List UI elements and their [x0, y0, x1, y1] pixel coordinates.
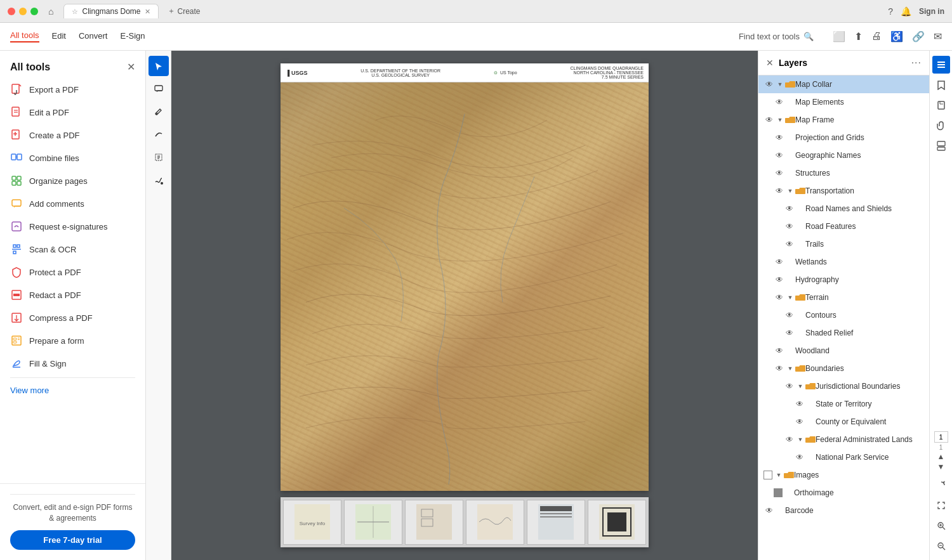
layer-eye-roadnames[interactable]: 👁: [784, 203, 795, 214]
layer-federal-lands[interactable]: 👁 ▼ Federal Administrated Lands: [758, 431, 929, 448]
layer-eye-bounds[interactable]: 👁: [774, 363, 785, 374]
active-tab[interactable]: ☆ Clingmans Dome ✕: [63, 4, 158, 18]
sidebar-item-edit-pdf[interactable]: Edit a PDF: [0, 101, 145, 124]
layer-jurisdictional[interactable]: 👁 ▼ Jurisdictional Boundaries: [758, 377, 929, 395]
toolbar-convert[interactable]: Convert: [79, 31, 108, 42]
layer-hydrography[interactable]: 👁 Hydrography: [758, 271, 929, 289]
layer-toggle-trans[interactable]: ▼: [785, 186, 795, 196]
arc-tool[interactable]: [149, 124, 169, 145]
trial-button[interactable]: Free 7-day trial: [10, 530, 135, 550]
layer-toggle-map-frame[interactable]: ▼: [775, 115, 785, 125]
layer-shaded-relief[interactable]: 👁 Shaded Relief: [758, 324, 929, 342]
layer-eye-roadfeat[interactable]: 👁: [784, 221, 795, 232]
sidebar-item-fill-sign[interactable]: Fill & Sign: [0, 352, 145, 375]
attachments-panel-button[interactable]: [932, 117, 950, 134]
layer-eye-hydro[interactable]: 👁: [774, 274, 785, 285]
toolbar-all-tools[interactable]: All tools: [10, 30, 39, 42]
layer-orthoimage[interactable]: Orthoimage: [758, 484, 929, 502]
layers-more-button[interactable]: ···: [911, 57, 922, 68]
sidebar-close-button[interactable]: ✕: [127, 61, 135, 73]
sidebar-item-export-pdf[interactable]: Export a PDF: [0, 78, 145, 101]
page-up-button[interactable]: ▲: [937, 452, 945, 461]
sidebar-item-form[interactable]: Prepare a form: [0, 329, 145, 352]
layer-eye-federal[interactable]: 👁: [784, 434, 795, 445]
layer-woodland[interactable]: 👁 Woodland: [758, 342, 929, 360]
layer-eye-barcode[interactable]: 👁: [764, 505, 775, 516]
layer-eye-struct[interactable]: 👁: [774, 167, 785, 179]
tab-close-icon[interactable]: ✕: [145, 8, 150, 16]
notification-icon[interactable]: 🔔: [901, 6, 911, 16]
cursor-tool[interactable]: [149, 56, 169, 76]
save-icon[interactable]: ⬜: [833, 30, 845, 42]
layer-geographic-names[interactable]: 👁 Geographic Names: [758, 147, 929, 164]
layer-toggle-images[interactable]: ▼: [774, 470, 784, 480]
layer-boundaries[interactable]: 👁 ▼ Boundaries: [758, 360, 929, 377]
layer-eye-map-collar[interactable]: 👁: [764, 79, 775, 90]
layer-eye-map-frame[interactable]: 👁: [764, 114, 775, 126]
layer-eye-map-elements[interactable]: 👁: [774, 96, 785, 108]
page-content-button[interactable]: [932, 137, 950, 155]
toolbar-edit[interactable]: Edit: [52, 31, 66, 42]
page-down-button[interactable]: ▼: [937, 462, 945, 471]
layer-structures[interactable]: 👁 Structures: [758, 164, 929, 182]
layer-wetlands[interactable]: 👁 Wetlands: [758, 253, 929, 271]
layer-checkbox-ortho[interactable]: [774, 488, 783, 497]
sidebar-item-combine[interactable]: Combine files: [0, 147, 145, 169]
layers-close-button[interactable]: ✕: [766, 58, 774, 68]
new-tab-button[interactable]: ＋ Create: [161, 3, 207, 19]
layer-map-frame[interactable]: 👁 ▼ Map Frame: [758, 111, 929, 129]
tab-star-icon[interactable]: ☆: [72, 8, 78, 16]
pdf-content-area[interactable]: ▐ USGS U.S. DEPARTMENT OF THE INTERIORU.…: [171, 51, 758, 560]
layer-trails[interactable]: 👁 Trails: [758, 235, 929, 253]
layer-eye-geo[interactable]: 👁: [774, 150, 785, 161]
layer-county[interactable]: 👁 County or Equivalent: [758, 413, 929, 431]
layer-toggle-map-collar[interactable]: ▼: [775, 79, 785, 89]
maximize-window-button[interactable]: [30, 8, 38, 15]
layers-panel-button[interactable]: [932, 56, 950, 74]
layer-road-features[interactable]: 👁 Road Features: [758, 218, 929, 235]
sidebar-item-organize[interactable]: Organize pages: [0, 169, 145, 192]
layer-eye-nps[interactable]: 👁: [794, 452, 805, 463]
layer-terrain[interactable]: 👁 ▼ Terrain: [758, 289, 929, 306]
sign-in-button[interactable]: Sign in: [919, 7, 944, 16]
layer-eye-juris[interactable]: 👁: [784, 381, 795, 392]
sidebar-item-request-sign[interactable]: Request e-signatures: [0, 215, 145, 238]
sidebar-item-compress[interactable]: Compress a PDF: [0, 306, 145, 329]
toolbar-esign[interactable]: E-Sign: [120, 31, 145, 42]
layer-barcode[interactable]: 👁 Barcode: [758, 502, 929, 519]
layer-eye-trails[interactable]: 👁: [784, 238, 795, 250]
layer-road-names[interactable]: 👁 Road Names and Shields: [758, 200, 929, 218]
sidebar-item-protect[interactable]: Protect a PDF: [0, 261, 145, 283]
layer-map-collar[interactable]: 👁 ▼ Map Collar: [758, 75, 929, 93]
upload-icon[interactable]: ⬆: [854, 30, 863, 42]
draw-tool[interactable]: [149, 170, 169, 190]
mail-icon[interactable]: ✉: [934, 30, 942, 42]
zoom-out-tool[interactable]: [932, 537, 950, 555]
layer-eye-wetlands[interactable]: 👁: [774, 256, 785, 268]
layer-checkbox-images[interactable]: [764, 471, 772, 479]
layer-eye-state[interactable]: 👁: [794, 398, 805, 410]
layer-eye-county[interactable]: 👁: [794, 416, 805, 427]
layer-map-elements[interactable]: 👁 Map Elements: [758, 93, 929, 111]
layer-eye-shaded[interactable]: 👁: [784, 327, 795, 339]
layer-projection-grids[interactable]: 👁 Projection and Grids: [758, 129, 929, 147]
pen-tool[interactable]: [149, 101, 169, 122]
files-panel-button[interactable]: [932, 96, 950, 114]
accessibility-icon[interactable]: ♿: [890, 30, 903, 42]
layer-images[interactable]: ▼ Images: [758, 466, 929, 484]
layer-transportation[interactable]: 👁 ▼ Transportation: [758, 182, 929, 200]
layer-eye-woodland[interactable]: 👁: [774, 345, 785, 356]
layer-national-park[interactable]: 👁 National Park Service: [758, 448, 929, 466]
fit-page-tool[interactable]: [932, 497, 950, 514]
comment-tool[interactable]: [149, 79, 169, 99]
home-icon[interactable]: ⌂: [48, 6, 53, 16]
view-more-link[interactable]: View more: [0, 381, 145, 400]
rotate-icon[interactable]: [932, 476, 950, 494]
sidebar-item-create-pdf[interactable]: Create a PDF: [0, 124, 145, 147]
layer-eye-trans[interactable]: 👁: [774, 185, 785, 197]
layer-contours[interactable]: 👁 Contours: [758, 306, 929, 324]
text-select-tool[interactable]: [149, 147, 169, 167]
minimize-window-button[interactable]: [19, 8, 27, 15]
zoom-in-tool[interactable]: [932, 517, 950, 535]
link-icon[interactable]: 🔗: [912, 30, 925, 42]
